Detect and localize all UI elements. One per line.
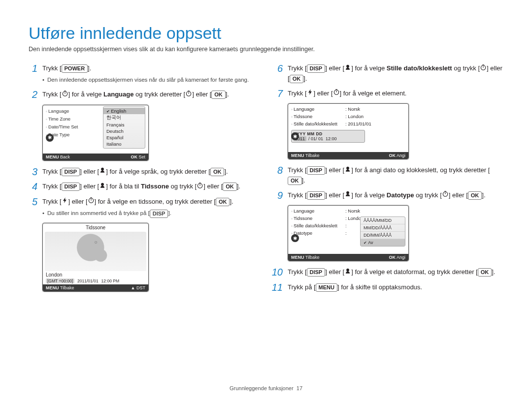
timer-icon xyxy=(333,89,340,98)
timer-icon xyxy=(88,197,95,207)
world-map-icon xyxy=(45,232,146,271)
disp-tag xyxy=(307,191,326,200)
disp-tag xyxy=(307,64,326,73)
ok-tag xyxy=(290,75,304,83)
date-type-options: ÅÅÅÅ/MM/DD MM/DD/ÅÅÅÅ DD/MM/ÅÅÅÅ Av xyxy=(360,216,405,247)
macro-icon xyxy=(344,64,351,74)
macro-icon xyxy=(344,166,351,176)
screenshot-timezone: Tidssone London [GMT +00:00] 2011/01/01 … xyxy=(42,223,149,292)
disp-tag xyxy=(62,168,80,176)
flash-icon xyxy=(62,197,68,207)
gear-icon: ✱ xyxy=(291,132,299,140)
ok-tag xyxy=(288,177,302,185)
timer-icon xyxy=(197,182,203,192)
screenshot-date-set: LanguageNorsk TidssoneLondon Stille dato… xyxy=(288,103,409,159)
step-number: 1 xyxy=(29,63,37,85)
timer-icon xyxy=(185,90,192,100)
timer-icon xyxy=(442,190,449,200)
step-9: 9 Trykk [] eller [] for å velge Datotype… xyxy=(274,190,503,201)
step-2: 2 Trykk [] for å velge Language og trykk… xyxy=(29,90,258,100)
macro-icon xyxy=(99,182,106,192)
step-note: Du stiller inn sommertid ved å trykke på… xyxy=(42,208,233,218)
disp-tag xyxy=(307,268,326,277)
macro-icon xyxy=(344,268,351,278)
step-1: 1 Trykk [POWER]. Den innledende oppsetts… xyxy=(29,63,258,85)
step-7: 7 Trykk [] eller [] for å velge et eleme… xyxy=(274,89,503,99)
ok-tag xyxy=(211,91,226,99)
step-3: 3 Trykk [] eller [] for å velge språk, o… xyxy=(29,167,258,177)
date-editor: YYYY MM DD 2011/ 01/ 01 12:00 xyxy=(291,130,365,143)
disp-tag xyxy=(307,166,326,175)
flash-icon xyxy=(307,89,314,98)
language-options: English 한국어 Français Deutsch Español Ita… xyxy=(103,106,145,149)
page-title: Utføre innledende oppsett xyxy=(29,24,503,43)
menu-tag xyxy=(316,283,337,292)
macro-icon xyxy=(344,190,351,200)
ok-tag xyxy=(468,191,482,200)
gear-icon: ✱ xyxy=(291,234,299,242)
step-5: 5 Trykk [] eller [] for å velge en tidss… xyxy=(29,197,258,218)
step-6: 6 Trykk [] eller [] for å velge Stille d… xyxy=(274,63,503,84)
step-10: 10 Trykk [] eller [] for å velge et dato… xyxy=(274,267,503,278)
disp-tag xyxy=(150,210,168,218)
ok-tag xyxy=(223,183,237,191)
timer-icon xyxy=(480,64,487,74)
settings-list: LanguageNorsk TidssoneLondon Stille dato… xyxy=(291,106,405,128)
step-4: 4 Trykk [] eller [] for å bla til Tidsso… xyxy=(29,182,258,192)
gear-icon: ✱ xyxy=(46,134,54,142)
power-tag: POWER xyxy=(62,64,88,73)
step-note: Den innledende oppsettsskjermen vises nå… xyxy=(42,75,249,85)
page-footer: Grunnleggende funksjoner 17 xyxy=(0,385,532,391)
step-8: 8 Trykk [] eller [] for å angi dato og k… xyxy=(274,165,503,185)
screenshot-language: Language Time Zone Date/Time Set Date Ty… xyxy=(42,105,149,161)
ok-tag xyxy=(210,168,225,176)
step-11: 11 Trykk på [] for å skifte til opptaksm… xyxy=(274,282,503,292)
disp-tag xyxy=(62,183,80,191)
ok-tag xyxy=(478,268,492,277)
ok-tag xyxy=(216,198,230,206)
macro-icon xyxy=(99,167,106,177)
timer-icon xyxy=(62,90,68,100)
screenshot-date-type: LanguageNorsk TidssoneLondon Stille dato… xyxy=(288,205,409,261)
intro-text: Den innledende oppsettsskjermen vises sl… xyxy=(29,46,503,53)
